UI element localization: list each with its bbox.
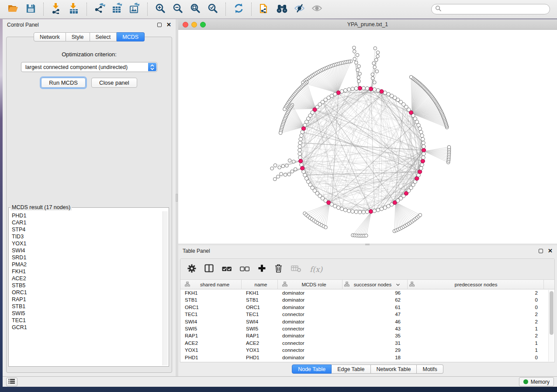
cell-predecessor-nodes[interactable]: 2 — [408, 311, 544, 318]
network-node[interactable] — [420, 163, 424, 166]
cell-shared-name[interactable]: FKH1 — [180, 289, 242, 296]
zoom-in-button[interactable] — [154, 3, 167, 16]
network-node[interactable] — [354, 86, 358, 90]
network-node[interactable] — [417, 124, 420, 127]
network-node[interactable] — [356, 53, 359, 57]
network-node[interactable] — [353, 46, 356, 50]
cell-successor-nodes[interactable]: 96 — [343, 289, 408, 296]
mcds-node[interactable] — [301, 166, 304, 170]
cell-mcds-role[interactable]: connector — [278, 325, 343, 332]
cell-mcds-role[interactable]: dominator — [278, 354, 343, 361]
result-node-item[interactable]: FKH1 — [12, 268, 162, 275]
network-node[interactable] — [422, 156, 425, 159]
network-node[interactable] — [375, 70, 379, 73]
import-table-button[interactable] — [67, 3, 80, 16]
network-node[interactable] — [324, 226, 328, 229]
network-node[interactable] — [380, 207, 383, 210]
tab-mcds[interactable]: MCDS — [117, 32, 145, 41]
network-node[interactable] — [376, 55, 380, 58]
network-node[interactable] — [300, 163, 303, 166]
cell-predecessor-nodes[interactable]: 2 — [408, 332, 544, 339]
table-settings-button[interactable] — [187, 264, 196, 275]
close-table-panel-icon[interactable]: ✕ — [548, 249, 553, 253]
cell-successor-nodes[interactable]: 46 — [343, 318, 408, 325]
cell-shared-name[interactable]: PHD1 — [180, 354, 242, 361]
result-node-item[interactable]: TID3 — [12, 233, 162, 240]
result-node-item[interactable]: ACE2 — [12, 275, 162, 282]
network-node[interactable] — [376, 89, 380, 92]
tab-motifs[interactable]: Motifs — [417, 364, 443, 374]
network-node[interactable] — [298, 152, 301, 155]
cell-shared-name[interactable]: YOX1 — [180, 347, 242, 354]
network-node[interactable] — [277, 175, 280, 179]
cell-name[interactable]: SWI4 — [242, 318, 278, 325]
network-node[interactable] — [421, 138, 425, 141]
network-node[interactable] — [333, 204, 337, 208]
network-node[interactable] — [422, 144, 426, 148]
add-column-button[interactable] — [258, 264, 266, 274]
network-node[interactable] — [419, 130, 423, 134]
cell-mcds-role[interactable]: dominator — [278, 304, 343, 311]
result-node-item[interactable]: SRD1 — [12, 254, 162, 261]
network-node[interactable] — [305, 120, 308, 124]
show-all-button[interactable] — [310, 3, 323, 16]
minimize-window-button[interactable] — [191, 22, 197, 28]
network-node[interactable] — [373, 65, 377, 69]
network-node[interactable] — [358, 72, 362, 76]
network-node[interactable] — [298, 156, 302, 159]
cell-shared-name[interactable]: TEC1 — [180, 311, 242, 318]
tab-network-table[interactable]: Network Table — [371, 364, 417, 374]
cell-predecessor-nodes[interactable]: 1 — [408, 325, 544, 332]
network-node[interactable] — [340, 207, 343, 210]
cell-predecessor-nodes[interactable]: 0 — [408, 304, 544, 311]
network-node[interactable] — [273, 178, 277, 181]
table-scrollbar-thumb[interactable] — [550, 291, 554, 335]
tab-style[interactable]: Style — [66, 32, 90, 41]
sort-chevron-icon[interactable] — [396, 282, 400, 287]
mcds-node[interactable] — [369, 210, 373, 213]
network-node[interactable] — [372, 62, 376, 65]
mcds-node[interactable] — [422, 148, 426, 152]
table-row[interactable]: STB1STB1dominator620 — [180, 296, 554, 303]
cell-name[interactable]: SWI5 — [242, 325, 278, 332]
result-node-item[interactable]: ORC1 — [12, 289, 162, 296]
result-node-item[interactable]: SWI5 — [12, 310, 162, 317]
cell-name[interactable]: PHD1 — [242, 354, 278, 361]
cell-successor-nodes[interactable]: 43 — [343, 325, 408, 332]
cell-successor-nodes[interactable]: 47 — [343, 311, 408, 318]
tab-select[interactable]: Select — [90, 32, 117, 41]
refresh-button[interactable] — [232, 3, 245, 16]
network-node[interactable] — [365, 234, 368, 237]
network-node[interactable] — [294, 168, 297, 171]
mcds-result-list[interactable]: PHD1CAR1STP4TID3YOX1SWI4SRD1PMA2FKH1ACE2… — [10, 211, 162, 365]
network-node[interactable] — [362, 210, 365, 214]
cell-predecessor-nodes[interactable]: 1 — [408, 340, 544, 347]
network-node[interactable] — [373, 209, 376, 213]
table-row[interactable]: YOX1YOX1connector291 — [180, 347, 554, 354]
result-node-item[interactable]: YOX1 — [12, 240, 162, 247]
memory-button[interactable]: Memory — [519, 377, 554, 386]
network-node[interactable] — [283, 107, 287, 111]
float-table-panel-icon[interactable] — [539, 249, 543, 253]
network-node[interactable] — [447, 145, 451, 149]
cell-mcds-role[interactable]: dominator — [278, 332, 343, 339]
result-node-item[interactable]: STB5 — [12, 282, 162, 289]
result-list-scrollbar[interactable] — [163, 211, 168, 365]
select-all-button[interactable] — [222, 265, 232, 273]
search-box[interactable] — [431, 4, 550, 14]
cell-shared-name[interactable]: ACE2 — [180, 340, 242, 347]
network-node[interactable] — [351, 210, 354, 213]
network-node[interactable] — [298, 141, 302, 144]
network-node[interactable] — [409, 76, 413, 79]
find-button[interactable] — [275, 3, 288, 16]
network-node[interactable] — [376, 51, 380, 54]
network-node[interactable] — [387, 93, 390, 96]
task-history-button[interactable] — [6, 378, 17, 386]
network-node[interactable] — [343, 89, 347, 92]
network-node[interactable] — [298, 144, 301, 148]
cell-mcds-role[interactable]: dominator — [278, 296, 343, 303]
network-node[interactable] — [418, 127, 422, 130]
network-node[interactable] — [336, 206, 340, 209]
network-node[interactable] — [298, 148, 301, 152]
network-node[interactable] — [302, 170, 305, 173]
